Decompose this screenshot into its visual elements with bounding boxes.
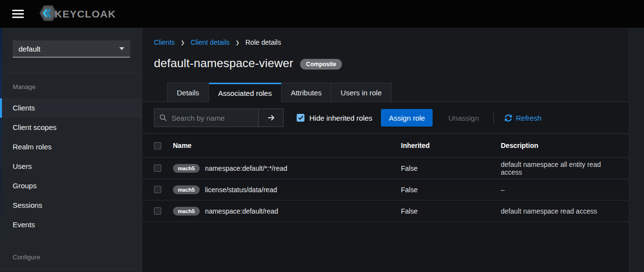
hide-inherited-checkbox[interactable] [297,114,304,122]
search-input[interactable] [171,114,253,122]
sidebar-item-client-scopes[interactable]: Client scopes [0,118,142,137]
refresh-icon [505,114,512,122]
chevron-down-icon [119,47,124,50]
search-icon [159,114,167,122]
toolbar-divider [493,111,494,124]
main-content: Clients❯Client details❯Role details defa… [142,28,644,272]
keycloak-logo-text: KEYCLOAK [55,8,116,20]
right-gutter [629,28,644,272]
column-header-inherited: Inherited [401,142,501,149]
breadcrumb-item-clients[interactable]: Clients [154,38,175,46]
sidebar-nav: ClientsClient scopesRealm rolesUsersGrou… [0,98,142,235]
sidebar-bottom-divider [0,269,142,269]
breadcrumb: Clients❯Client details❯Role details [154,38,617,46]
row-checkbox[interactable] [154,164,161,172]
tabs: DetailsAssociated rolesAttributesUsers i… [167,83,644,102]
search-field [154,109,259,127]
inherited-value: False [401,207,501,215]
composite-badge: Composite [300,59,342,70]
inherited-value: False [401,164,501,172]
sidebar-item-users[interactable]: Users [0,157,142,176]
client-badge: mach5 [173,164,200,173]
hide-inherited-label: Hide inherited roles [309,114,372,122]
description-value: – [501,186,620,194]
tab-users-in-role[interactable]: Users in role [331,83,391,102]
realm-selector-value: default [19,45,40,53]
roles-table: Name Inherited Description mach5namespac… [142,134,644,222]
sidebar-item-groups[interactable]: Groups [0,176,142,196]
table-body: mach5namespace:default/*:*/readFalsedefa… [142,158,644,222]
sidebar-item-sessions[interactable]: Sessions [0,196,142,215]
hamburger-menu-icon[interactable] [12,10,24,18]
sidebar-item-clients[interactable]: Clients [0,98,142,118]
sidebar-section-manage: Manage [0,73,142,98]
arrow-right-icon [267,114,275,122]
sidebar-nav-panel: default Manage ClientsClient scopesRealm… [0,28,142,272]
table-row: mach5license/status/data/readFalse– [142,179,644,200]
tab-details[interactable]: Details [167,83,209,102]
client-badge: mach5 [173,207,200,216]
select-all-checkbox[interactable] [154,142,161,149]
row-checkbox[interactable] [154,207,161,215]
check-icon [298,115,303,120]
page-title: default-namespace-viewer [154,56,293,70]
refresh-label: Refresh [516,114,542,122]
table-row: mach5namespace:default/*:*/readFalsedefa… [142,158,644,179]
assign-role-button[interactable]: Assign role [381,109,433,127]
refresh-button[interactable]: Refresh [505,114,542,122]
role-name: license/status/data/read [205,186,277,194]
role-name: namespace:default/read [205,207,278,215]
table-row: mach5namespace:default/readFalsedefault … [142,200,644,222]
tab-attributes[interactable]: Attributes [282,83,331,102]
breadcrumb-separator-icon: ❯ [181,40,185,45]
sidebar-item-events[interactable]: Events [0,215,142,235]
table-header-row: Name Inherited Description [142,134,644,158]
column-header-description: Description [501,142,620,149]
inherited-value: False [401,186,501,194]
role-name: namespace:default/*:*/read [205,164,287,172]
sidebar-item-realm-roles[interactable]: Realm roles [0,137,142,157]
roles-toolbar: Hide inherited roles Assign role Unassig… [142,102,644,134]
sidebar-section-configure: Configure [0,243,142,269]
description-value: default namespace read access [501,207,620,215]
keycloak-logo[interactable]: KEYCLOAK [38,3,116,25]
masthead: KEYCLOAK [0,0,644,28]
row-checkbox[interactable] [154,186,161,193]
search-submit-button[interactable] [258,109,284,127]
breadcrumb-separator-icon: ❯ [235,40,239,45]
tab-associated-roles[interactable]: Associated roles [209,83,282,102]
breadcrumb-item-role-details: Role details [246,38,281,46]
column-header-name: Name [173,142,401,149]
unassign-button[interactable]: Unassign [440,114,487,122]
realm-selector-dropdown[interactable]: default [13,40,130,57]
client-badge: mach5 [173,185,200,194]
description-value: default namespace all entity read access [501,161,620,176]
breadcrumb-item-client-details[interactable]: Client details [190,38,229,46]
tab-content-panel: Hide inherited roles Assign role Unassig… [142,102,644,272]
